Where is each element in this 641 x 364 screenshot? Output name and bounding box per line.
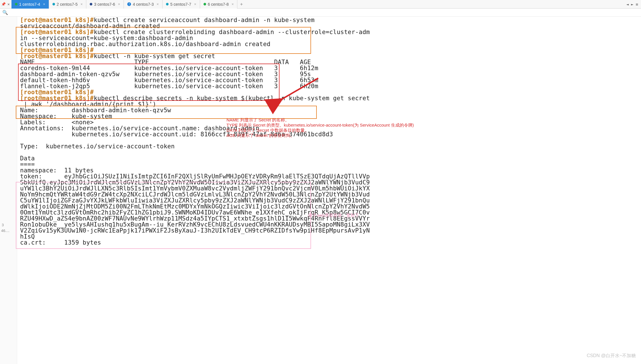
- status-dot-icon: [204, 3, 206, 5]
- annotation-line: NAME 列显示了 Secret 的名称。: [226, 117, 414, 123]
- tab-add-button[interactable]: +: [237, 1, 245, 7]
- tab-centos7-7[interactable]: 5 centos7-7 ×: [163, 0, 200, 9]
- watermark: CSDN @白开水~不加糖: [587, 353, 636, 359]
- annotation-text: NAME 列显示了 Secret 的名称。 TYPE 列表示 Secret 的类…: [226, 117, 414, 138]
- tab-centos7-6[interactable]: 3 centos7-6 ×: [86, 0, 124, 9]
- tab-close-icon[interactable]: ×: [118, 2, 120, 6]
- annotation-line: AGE 列显示了 Secret 的存在时间。: [226, 133, 414, 138]
- svg-line-0: [281, 78, 318, 100]
- tab-centos7-4[interactable]: 1 centos7-4 ×: [11, 0, 49, 9]
- tab-close-icon[interactable]: ×: [157, 2, 159, 6]
- tab-label: 5 centos7-7: [170, 2, 191, 7]
- nav-prev-icon[interactable]: ◄: [626, 2, 629, 7]
- info-icon: !: [127, 2, 131, 6]
- tab-close-icon[interactable]: ×: [81, 2, 83, 6]
- gutter-marker: 3: [2, 223, 4, 227]
- tab-label: 1 centos7-4: [19, 2, 40, 7]
- tab-label: 4 centos7-3: [133, 2, 154, 7]
- status-dot-icon: [15, 3, 17, 5]
- tab-centos7-8[interactable]: 6 centos7-8 ×: [200, 0, 238, 9]
- token-line: V2ZqiGv15yK3UUw1N0-jcRWc1EaPpjk17iPWXiF2…: [20, 227, 370, 234]
- toolbar-close-icon[interactable]: ✕: [7, 2, 10, 6]
- tab-strip: 1 centos7-4 × 2 centos7-5 × 3 centos7-6 …: [11, 0, 625, 9]
- tab-centos7-3[interactable]: ! 4 centos7-3 ×: [124, 0, 163, 9]
- output-line: Type: kubernetes.io/service-account-toke…: [20, 143, 175, 150]
- status-dot-icon: [52, 3, 55, 5]
- tab-close-icon[interactable]: ×: [232, 2, 234, 6]
- nav-end: ◄ ► ≡: [626, 2, 640, 7]
- annotation-text-pink: 用于web界面登录，复制下: [308, 213, 359, 218]
- tab-centos7-5[interactable]: 2 centos7-5 ×: [49, 0, 87, 9]
- sub-toolbar: 🔍: [0, 9, 641, 17]
- tab-close-icon[interactable]: ×: [194, 2, 196, 6]
- annotation-line: TYPE 列表示 Secret 的类型。kubernetes.io/servic…: [226, 123, 414, 128]
- pin-icon[interactable]: 📌: [1, 2, 6, 6]
- nav-next-icon[interactable]: ►: [631, 2, 633, 7]
- gutter: 3 46....: [0, 17, 17, 364]
- tab-label: 3 centos7-6: [94, 2, 115, 7]
- tab-label: 6 centos7-8: [208, 2, 229, 7]
- tab-close-icon[interactable]: ×: [43, 2, 45, 6]
- status-dot-icon: [166, 3, 169, 5]
- tab-label: 2 centos7-5: [57, 2, 78, 7]
- annotation-line: DATA 列显示了 Secret 中数据条目的数量。: [226, 128, 414, 133]
- top-toolbar: 📌 ✕ 1 centos7-4 × 2 centos7-5 × 3 centos…: [0, 0, 641, 9]
- nav-menu-icon[interactable]: ≡: [636, 2, 638, 7]
- terminal-content-area: 3 46.... [root@master01 k8s]#kubectl cre…: [0, 17, 641, 246]
- gutter-marker: 46....: [1, 229, 9, 233]
- search-icon[interactable]: 🔍: [2, 10, 8, 15]
- arrow-icon: [269, 74, 327, 109]
- status-dot-icon: [90, 3, 92, 5]
- output-line: ca.crt: 1359 bytes: [20, 239, 101, 246]
